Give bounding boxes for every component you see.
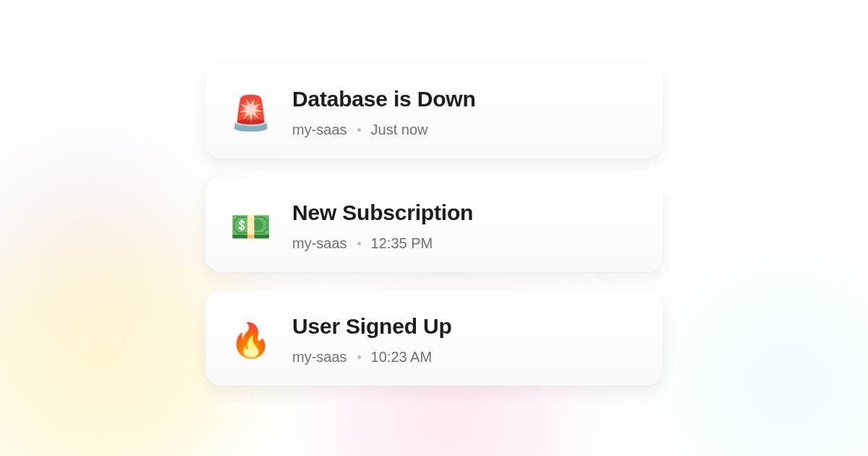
fire-icon: 🔥 <box>230 324 271 357</box>
notification-meta: my-saas 12:35 PM <box>292 235 635 252</box>
meta-separator-dot <box>357 128 361 132</box>
notification-card[interactable]: 🔥 User Signed Up my-saas 10:23 AM <box>205 291 663 386</box>
notification-title: User Signed Up <box>292 314 635 339</box>
notification-title: New Subscription <box>292 200 635 225</box>
notification-body: Database is Down my-saas Just now <box>292 87 635 138</box>
notification-source: my-saas <box>292 235 347 252</box>
notification-card[interactable]: 💵 New Subscription my-saas 12:35 PM <box>205 177 663 272</box>
notification-body: User Signed Up my-saas 10:23 AM <box>292 314 635 366</box>
background-glow <box>0 101 231 391</box>
notification-meta: my-saas 10:23 AM <box>292 349 635 366</box>
money-icon: 💵 <box>230 210 271 243</box>
notification-body: New Subscription my-saas 12:35 PM <box>292 200 635 252</box>
notification-time: Just now <box>371 122 428 138</box>
notification-source: my-saas <box>292 349 347 366</box>
notification-title: Database is Down <box>292 87 635 111</box>
meta-separator-dot <box>357 242 361 245</box>
notification-card[interactable]: 🚨 Database is Down my-saas Just now <box>205 64 663 159</box>
notification-meta: my-saas Just now <box>292 122 635 138</box>
siren-icon: 🚨 <box>230 96 271 130</box>
notification-source: my-saas <box>292 122 347 138</box>
notification-time: 12:35 PM <box>371 235 433 252</box>
notification-time: 10:23 AM <box>371 349 433 366</box>
meta-separator-dot <box>357 355 361 359</box>
notification-preview-stage: 🚨 Database is Down my-saas Just now 💵 Ne… <box>0 0 868 456</box>
notification-list: 🚨 Database is Down my-saas Just now 💵 Ne… <box>205 64 663 386</box>
